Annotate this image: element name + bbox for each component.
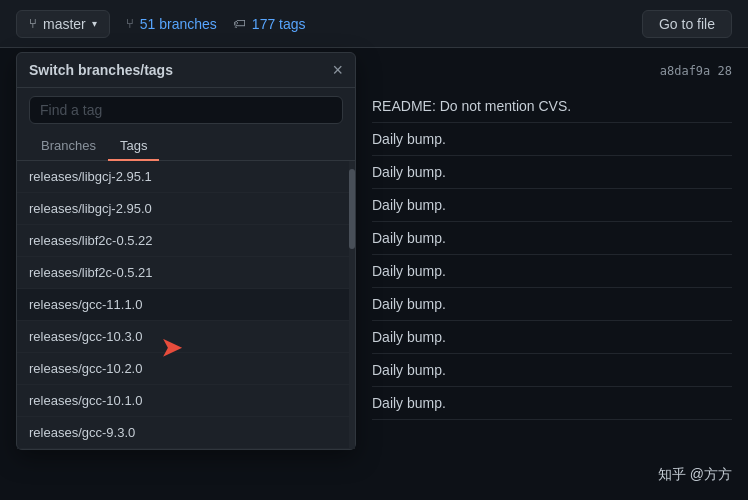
main-content: Switch branches/tags × Branches Tags rel… — [0, 48, 748, 500]
tag-list-item[interactable]: releases/libgcj-2.95.1 — [17, 161, 355, 193]
tag-list-item[interactable]: releases/gcc-10.2.0 — [17, 353, 355, 385]
branch-button[interactable]: ⑂ master ▾ — [16, 10, 110, 38]
commit-message: Daily bump. — [372, 362, 732, 378]
commit-row: Daily bump. — [372, 156, 732, 189]
commit-message: Daily bump. — [372, 329, 732, 345]
tags-meta: 🏷 177 tags — [233, 16, 306, 32]
branch-fork-icon: ⑂ — [126, 16, 134, 31]
goto-file-button[interactable]: Go to file — [642, 10, 732, 38]
scrollbar-thumb[interactable] — [349, 169, 355, 249]
commit-row: Daily bump. — [372, 255, 732, 288]
commit-row: README: Do not mention CVS. — [372, 90, 732, 123]
commit-row: Daily bump. — [372, 387, 732, 420]
commit-row: Daily bump. — [372, 123, 732, 156]
top-bar: ⑂ master ▾ ⑂ 51 branches 🏷 177 tags Go t… — [0, 0, 748, 48]
tag-list-item[interactable]: releases/gcc-11.1.0 — [17, 289, 355, 321]
tab-branches[interactable]: Branches — [29, 132, 108, 161]
tag-list-item[interactable]: releases/gcc-10.3.0 — [17, 321, 355, 353]
commit-message: README: Do not mention CVS. — [372, 98, 732, 114]
commit-message: Daily bump. — [372, 197, 732, 213]
tag-list-item[interactable]: releases/libgcj-2.95.0 — [17, 193, 355, 225]
watermark: 知乎 @方方 — [658, 466, 732, 484]
commit-list: README: Do not mention CVS.Daily bump.Da… — [372, 90, 732, 420]
commit-message: Daily bump. — [372, 395, 732, 411]
branches-meta: ⑂ 51 branches — [126, 16, 217, 32]
tab-tags[interactable]: Tags — [108, 132, 159, 161]
dropdown-title: Switch branches/tags — [29, 62, 173, 78]
tag-list-item[interactable]: releases/gcc-10.1.0 — [17, 385, 355, 417]
commit-message: Daily bump. — [372, 230, 732, 246]
commit-message: Daily bump. — [372, 164, 732, 180]
tag-search-input[interactable] — [29, 96, 343, 124]
git-branch-icon: ⑂ — [29, 16, 37, 31]
commit-message: Daily bump. — [372, 296, 732, 312]
branch-chevron-icon: ▾ — [92, 18, 97, 29]
branch-tag-tabs: Branches Tags — [17, 132, 355, 161]
tags-link[interactable]: 177 tags — [252, 16, 306, 32]
commit-message: Daily bump. — [372, 263, 732, 279]
tag-list-item[interactable]: releases/libf2c-0.5.22 — [17, 225, 355, 257]
close-dropdown-button[interactable]: × — [332, 61, 343, 79]
tag-icon: 🏷 — [233, 16, 246, 31]
branch-tag-dropdown: Switch branches/tags × Branches Tags rel… — [16, 52, 356, 450]
commit-message: Daily bump. — [372, 131, 732, 147]
commit-row: Daily bump. — [372, 321, 732, 354]
branch-name: master — [43, 16, 86, 32]
dropdown-header: Switch branches/tags × — [17, 53, 355, 88]
commit-row: Daily bump. — [372, 354, 732, 387]
commit-hash: a8daf9a 28 — [660, 64, 732, 78]
tag-list-item[interactable]: releases/libf2c-0.5.21 — [17, 257, 355, 289]
tag-list: releases/libgcj-2.95.1releases/libgcj-2.… — [17, 161, 355, 449]
tag-list-item[interactable]: releases/gcc-9.3.0 — [17, 417, 355, 449]
scrollbar-track[interactable] — [349, 161, 355, 449]
commit-row: Daily bump. — [372, 288, 732, 321]
commit-hash-row: a8daf9a 28 — [372, 64, 732, 78]
commit-row: Daily bump. — [372, 189, 732, 222]
commit-area: a8daf9a 28 README: Do not mention CVS.Da… — [356, 48, 748, 500]
branches-link[interactable]: 51 branches — [140, 16, 217, 32]
commit-row: Daily bump. — [372, 222, 732, 255]
